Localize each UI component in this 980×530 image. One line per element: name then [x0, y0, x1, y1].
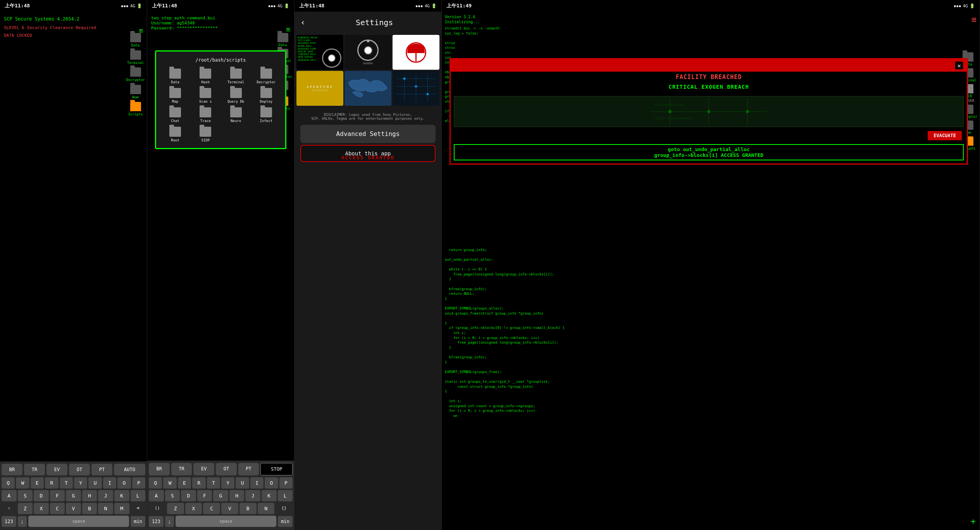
kb-min-1[interactable]: min — [131, 516, 145, 527]
kb-w-2[interactable]: W — [163, 477, 176, 489]
kb-h-2[interactable]: H — [229, 490, 245, 501]
file-item-deploy[interactable]: Deploy — [253, 88, 279, 103]
file-item-infect[interactable]: Infect — [253, 107, 279, 123]
file-item-siop[interactable]: SIOP — [192, 127, 219, 142]
file-item-map[interactable]: Map — [162, 88, 188, 103]
sidebar-item-num-1[interactable]: Num — [126, 85, 145, 100]
kb-ot-1[interactable]: OT — [69, 464, 90, 475]
kb-ot-2[interactable]: OT — [216, 463, 237, 475]
file-item-terminal[interactable]: Terminal — [223, 69, 249, 84]
kb-m-1[interactable]: M — [114, 503, 129, 514]
kb-x-1[interactable]: X — [34, 503, 49, 514]
kb-z-1[interactable]: Z — [18, 503, 33, 514]
kb-semicolon-1[interactable]: ; — [18, 516, 27, 527]
kb-p-2[interactable]: P — [279, 477, 293, 489]
kb-ev-1[interactable]: EV — [47, 464, 67, 475]
kb-r-1[interactable]: R — [45, 477, 58, 489]
kb-i-1[interactable]: I — [103, 477, 116, 489]
file-item-data[interactable]: Data — [162, 69, 188, 84]
kb-auto-1[interactable]: AUTO — [114, 464, 145, 475]
kb-e-1[interactable]: E — [31, 477, 44, 489]
kb-b-2[interactable]: B — [239, 503, 257, 514]
kb-parens-2[interactable]: () — [149, 503, 166, 514]
file-item-decryptor[interactable]: Decryptor — [253, 69, 279, 84]
kb-x-2[interactable]: X — [185, 503, 202, 514]
kb-t-2[interactable]: T — [207, 477, 220, 489]
kb-f-2[interactable]: F — [197, 490, 212, 501]
kb-w-1[interactable]: W — [16, 477, 29, 489]
kb-k-1[interactable]: K — [114, 490, 129, 501]
kb-g-2[interactable]: G — [213, 490, 228, 501]
back-button[interactable]: ‹ — [300, 17, 305, 27]
kb-r-2[interactable]: R — [192, 477, 205, 489]
kb-b-1[interactable]: B — [82, 503, 97, 514]
kb-tr-2[interactable]: TR — [171, 463, 192, 475]
kb-a-1[interactable]: A — [2, 490, 17, 501]
kb-semicolon-2[interactable]: ; — [165, 516, 174, 527]
kb-l-1[interactable]: L — [131, 490, 146, 501]
kb-o-2[interactable]: O — [265, 477, 278, 489]
kb-t-1[interactable]: T — [60, 477, 73, 489]
kb-p-1[interactable]: P — [132, 477, 145, 489]
kb-j-1[interactable]: J — [98, 490, 113, 501]
file-item-neuro[interactable]: Neuro — [223, 107, 249, 123]
kb-h-1[interactable]: H — [82, 490, 97, 501]
kb-space-1[interactable]: space — [28, 516, 129, 527]
kb-v-1[interactable]: V — [66, 503, 81, 514]
sidebar-item-data-2[interactable]: Data — [273, 33, 292, 47]
kb-d-2[interactable]: D — [181, 490, 196, 501]
file-item-trace[interactable]: Trace — [192, 107, 219, 123]
advanced-settings-button[interactable]: Advanced Settings — [300, 125, 436, 143]
plus-button[interactable]: + — [971, 516, 976, 526]
kb-u-2[interactable]: U — [236, 477, 249, 489]
evacuate-button[interactable]: EVACUATE — [928, 131, 962, 140]
kb-g-1[interactable]: G — [66, 490, 81, 501]
file-item-hash[interactable]: Hash — [192, 69, 219, 84]
kb-tr-1[interactable]: TR — [24, 464, 45, 475]
kb-k-2[interactable]: K — [262, 490, 277, 501]
file-item-query[interactable]: Query Db — [223, 88, 249, 103]
sidebar-item-decryptor-1[interactable]: Decryptor — [126, 67, 145, 83]
file-item-chat[interactable]: Chat — [162, 107, 188, 123]
kb-v-2[interactable]: V — [221, 503, 238, 514]
kb-shift-1[interactable]: ⇧ — [2, 503, 17, 514]
kb-space-2[interactable]: space — [176, 516, 276, 527]
kb-del-1[interactable]: ⌫ — [131, 503, 146, 514]
kb-123-2[interactable]: 123 — [149, 516, 164, 527]
kb-j-2[interactable]: J — [245, 490, 260, 501]
kb-i-2[interactable]: I — [250, 477, 264, 489]
kb-u-1[interactable]: U — [88, 477, 102, 489]
kb-stop-2[interactable]: STOP — [260, 463, 293, 475]
file-item-scan[interactable]: Scan s — [192, 88, 219, 103]
sidebar-item-scripts-1[interactable]: Scripts — [126, 102, 145, 117]
kb-min-2[interactable]: min — [278, 516, 293, 527]
kb-c-1[interactable]: C — [50, 503, 65, 514]
kb-y-2[interactable]: Y — [221, 477, 234, 489]
sidebar-item-data-1[interactable]: Data — [126, 33, 145, 48]
kb-123-1[interactable]: 123 — [2, 516, 16, 527]
kb-d-1[interactable]: D — [34, 490, 49, 501]
kb-n-1[interactable]: N — [98, 503, 113, 514]
kb-ev-2[interactable]: EV — [193, 463, 214, 475]
kb-l-2[interactable]: L — [278, 490, 293, 501]
kb-f-1[interactable]: F — [50, 490, 65, 501]
kb-br-1[interactable]: BR — [2, 464, 22, 475]
kb-q-1[interactable]: Q — [2, 477, 15, 489]
kb-n-2[interactable]: N — [258, 503, 275, 514]
about-app-button[interactable]: About this app ACCESS GRANTED — [300, 145, 436, 162]
kb-a-2[interactable]: A — [149, 490, 164, 501]
kb-braces-2[interactable]: {} — [276, 503, 293, 514]
kb-q-2[interactable]: Q — [149, 477, 162, 489]
sidebar-item-terminal-1[interactable]: Terminal — [126, 50, 145, 66]
kb-s-2[interactable]: S — [165, 490, 180, 501]
kb-y-1[interactable]: Y — [74, 477, 87, 489]
alert-close-button[interactable]: ✕ — [955, 62, 963, 69]
kb-pt-1[interactable]: PT — [91, 464, 112, 475]
hamburger-menu-4[interactable]: ≡ — [971, 15, 977, 24]
kb-pt-2[interactable]: PT — [238, 463, 259, 475]
kb-c-2[interactable]: C — [203, 503, 220, 514]
kb-z-2[interactable]: Z — [167, 503, 184, 514]
file-item-root[interactable]: Root — [162, 127, 188, 142]
kb-o-1[interactable]: O — [117, 477, 131, 489]
kb-s-1[interactable]: S — [18, 490, 33, 501]
